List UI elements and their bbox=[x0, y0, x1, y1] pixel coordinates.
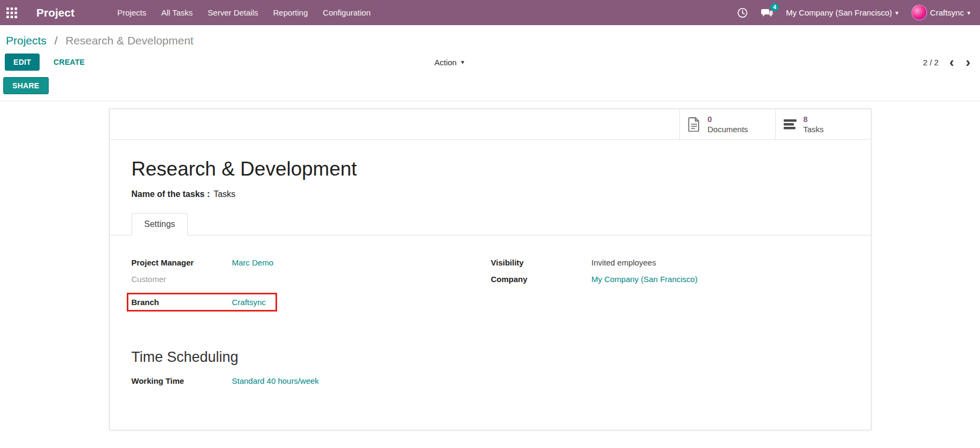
documents-stat-button[interactable]: 0 Documents bbox=[679, 109, 775, 139]
top-navbar: Project Projects All Tasks Server Detail… bbox=[0, 0, 980, 25]
documents-count: 0 bbox=[708, 114, 748, 125]
user-name: Craftsync bbox=[930, 8, 964, 17]
tasks-icon bbox=[783, 117, 798, 132]
pager-value: 2 / 2 bbox=[923, 58, 938, 67]
navbar-systray: 4 My Company (San Francisco) ▾ Craftsync… bbox=[737, 5, 970, 20]
project-form-sheet: 0 Documents 8 Tasks Research & Developme… bbox=[109, 109, 871, 430]
breadcrumb-projects-link[interactable]: Projects bbox=[6, 34, 47, 47]
field-customer: Customer bbox=[132, 275, 491, 291]
company-label: Company bbox=[491, 275, 592, 284]
menu-item-all-tasks[interactable]: All Tasks bbox=[154, 8, 200, 17]
project-title: Research & Development bbox=[132, 158, 871, 180]
pager-previous-icon[interactable]: ‹ bbox=[948, 57, 955, 67]
main-menu: Projects All Tasks Server Details Report… bbox=[110, 8, 378, 17]
visibility-label: Visibility bbox=[491, 258, 592, 267]
document-icon bbox=[687, 117, 702, 132]
branch-highlight-box: Branch Craftsync bbox=[127, 293, 277, 312]
project-manager-value[interactable]: Marc Demo bbox=[232, 258, 274, 267]
company-switcher[interactable]: My Company (San Francisco) ▾ bbox=[786, 8, 898, 17]
chevron-down-icon: ▾ bbox=[895, 9, 899, 17]
menu-item-configuration[interactable]: Configuration bbox=[316, 8, 378, 17]
stat-button-box: 0 Documents 8 Tasks bbox=[110, 109, 871, 140]
branch-value[interactable]: Craftsync bbox=[232, 298, 266, 307]
breadcrumb-separator: / bbox=[55, 34, 58, 47]
edit-button[interactable]: EDIT bbox=[5, 54, 40, 71]
control-panel: EDIT CREATE Action ▾ 2 / 2 ‹ › SHARE bbox=[0, 48, 980, 101]
documents-label: Documents bbox=[708, 124, 748, 135]
activities-clock-icon[interactable] bbox=[737, 7, 748, 18]
create-button[interactable]: CREATE bbox=[50, 57, 88, 67]
project-manager-label: Project Manager bbox=[132, 258, 232, 267]
breadcrumb: Projects / Research & Development bbox=[0, 25, 980, 48]
time-scheduling-heading: Time Scheduling bbox=[132, 349, 871, 366]
field-visibility: Visibility Invited employees bbox=[491, 258, 833, 275]
branch-label: Branch bbox=[132, 298, 232, 307]
user-avatar bbox=[912, 5, 927, 20]
visibility-value: Invited employees bbox=[592, 258, 656, 267]
tasks-name-value: Tasks bbox=[213, 189, 235, 199]
breadcrumb-current: Research & Development bbox=[65, 34, 193, 47]
field-working-time: Working Time Standard 40 hours/week bbox=[132, 376, 871, 385]
tasks-label: Tasks bbox=[803, 124, 824, 135]
tab-settings[interactable]: Settings bbox=[132, 213, 188, 236]
customer-label: Customer bbox=[132, 275, 232, 284]
app-title[interactable]: Project bbox=[36, 6, 74, 19]
user-menu[interactable]: Craftsync ▾ bbox=[912, 5, 970, 20]
working-time-value[interactable]: Standard 40 hours/week bbox=[232, 376, 319, 385]
messages-chat-icon[interactable]: 4 bbox=[761, 7, 773, 18]
pager-next-icon[interactable]: › bbox=[964, 57, 971, 67]
menu-item-reporting[interactable]: Reporting bbox=[266, 8, 316, 17]
apps-grid-icon[interactable] bbox=[6, 7, 18, 19]
company-value[interactable]: My Company (San Francisco) bbox=[592, 275, 698, 284]
notebook-tabs: Settings bbox=[110, 213, 871, 236]
settings-fields: Project Manager Marc Demo Customer Branc… bbox=[132, 258, 871, 312]
messages-count-badge: 4 bbox=[770, 3, 779, 11]
field-company: Company My Company (San Francisco) bbox=[491, 275, 833, 291]
pager: 2 / 2 ‹ › bbox=[923, 57, 971, 67]
tasks-stat-button[interactable]: 8 Tasks bbox=[775, 109, 871, 139]
working-time-label: Working Time bbox=[132, 376, 232, 385]
tasks-name-row: Name of the tasks :Tasks bbox=[132, 189, 871, 199]
menu-item-server-details[interactable]: Server Details bbox=[200, 8, 265, 17]
menu-item-projects[interactable]: Projects bbox=[110, 8, 154, 17]
field-project-manager: Project Manager Marc Demo bbox=[132, 258, 491, 275]
tasks-count: 8 bbox=[803, 114, 824, 125]
chevron-down-icon: ▾ bbox=[967, 9, 970, 17]
tasks-name-label: Name of the tasks : bbox=[132, 189, 210, 199]
share-button[interactable]: SHARE bbox=[3, 77, 49, 94]
chevron-down-icon: ▾ bbox=[461, 58, 464, 66]
action-dropdown[interactable]: Action ▾ bbox=[434, 58, 464, 67]
